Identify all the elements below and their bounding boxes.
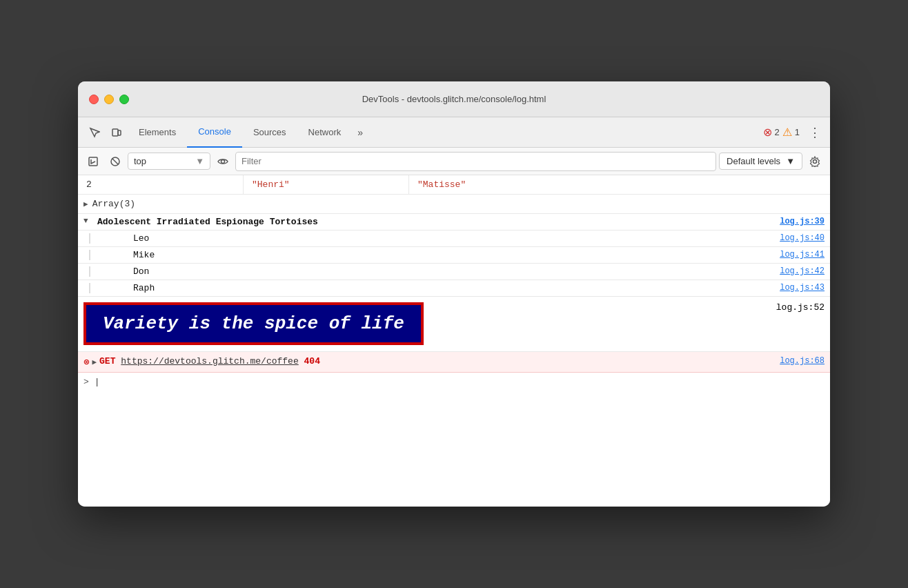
console-input-row: > | [78,373,830,391]
table-cell-lastname: "Matisse" [409,175,830,194]
tab-console[interactable]: Console [187,117,242,148]
device-icon[interactable] [106,121,128,144]
group-item-text-don: Don [106,266,780,277]
window-title: DevTools - devtools.glitch.me/console/lo… [362,94,546,104]
error-badge: ⊗ 2 ⚠ 1 [763,126,800,139]
filter-input[interactable] [235,152,716,171]
tab-bar: Elements Console Sources Network » ⊗ 2 ⚠… [78,117,830,148]
settings-icon[interactable] [805,152,825,171]
group-item-source-raph[interactable]: log.js:43 [780,283,825,293]
error-source[interactable]: log.js:68 [769,356,825,366]
table-cell-firstname: "Henri" [244,175,409,194]
error-icon: ⊗ [763,126,772,139]
inspect-icon[interactable] [83,121,106,144]
group-item-text-raph: Raph [106,283,780,293]
devtools-window: DevTools - devtools.glitch.me/console/lo… [78,81,830,507]
tab-elements[interactable]: Elements [128,117,187,148]
tab-right-section: ⊗ 2 ⚠ 1 ⋮ [763,123,825,142]
svg-rect-0 [112,129,118,136]
tab-network[interactable]: Network [297,117,353,148]
close-button[interactable] [89,95,99,104]
context-dropdown[interactable]: top ▼ [128,153,210,170]
array-expand-arrow-icon[interactable]: ▶ [83,199,88,208]
group-item-leo: Leo log.js:40 [78,231,830,247]
group-item-text-mike: Mike [106,250,780,260]
console-prompt-icon: > [83,377,89,387]
error-count: 2 [775,127,780,137]
svg-line-4 [112,159,118,164]
variety-source[interactable]: log.js:52 [765,302,825,313]
group-item-source-don[interactable]: log.js:42 [780,266,825,277]
eye-button[interactable] [213,152,233,171]
minimize-button[interactable] [104,95,114,104]
console-content: 2 "Henri" "Matisse" ▶ Array(3) ▼ Adolesc… [78,175,830,507]
error-entry: ⊗ ▶ GET https://devtools.glitch.me/coffe… [78,352,830,373]
svg-rect-1 [118,130,121,135]
error-circle-icon: ⊗ [83,356,89,368]
levels-dropdown-arrow-icon: ▼ [786,156,795,166]
console-cursor[interactable]: | [95,377,100,387]
get-label: GET [99,356,115,366]
devtools-menu-icon[interactable]: ⋮ [805,123,825,142]
group-item-raph: Raph log.js:43 [78,280,830,297]
title-bar: DevTools - devtools.glitch.me/console/lo… [78,81,830,117]
svg-rect-2 [89,157,97,166]
clear-console-button[interactable] [106,152,125,171]
tab-sources[interactable]: Sources [242,117,297,148]
group-item-text-leo: Leo [106,233,780,244]
group-collapse-arrow-icon[interactable]: ▼ [83,217,97,225]
default-levels-button[interactable]: Default levels ▼ [719,153,802,170]
svg-point-6 [813,159,817,163]
variety-box: Variety is the spice of life [83,302,424,345]
table-cell-number: 2 [78,175,244,194]
traffic-lights [89,95,129,104]
variety-entry: Variety is the spice of life log.js:52 [78,297,830,352]
error-expand-arrow-icon[interactable]: ▶ [92,357,97,366]
execute-context-button[interactable] [83,152,103,171]
group-item-source-mike[interactable]: log.js:41 [780,250,825,260]
error-url-link[interactable]: https://devtools.glitch.me/coffee [121,356,298,366]
warn-icon: ⚠ [782,126,792,139]
group-item-mike: Mike log.js:41 [78,247,830,264]
console-toolbar: top ▼ Default levels ▼ [78,148,830,175]
group-header-entry: ▼ Adolescent Irradiated Espionage Tortoi… [78,214,830,231]
group-item-don: Don log.js:42 [78,264,830,280]
warn-count: 1 [795,127,800,137]
dropdown-arrow-icon: ▼ [195,156,204,166]
error-text: GET https://devtools.glitch.me/coffee 40… [99,356,769,366]
variety-text: Variety is the spice of life [103,313,404,334]
array-row: ▶ Array(3) [78,195,830,214]
group-item-source-leo[interactable]: log.js:40 [780,233,825,244]
group-header-source[interactable]: log.js:39 [769,217,825,226]
array-label: Array(3) [92,199,135,209]
table-row: 2 "Henri" "Matisse" [78,175,830,195]
error-status: 404 [304,356,320,366]
tab-more-button[interactable]: » [352,117,368,148]
svg-point-5 [221,159,225,163]
maximize-button[interactable] [119,95,129,104]
